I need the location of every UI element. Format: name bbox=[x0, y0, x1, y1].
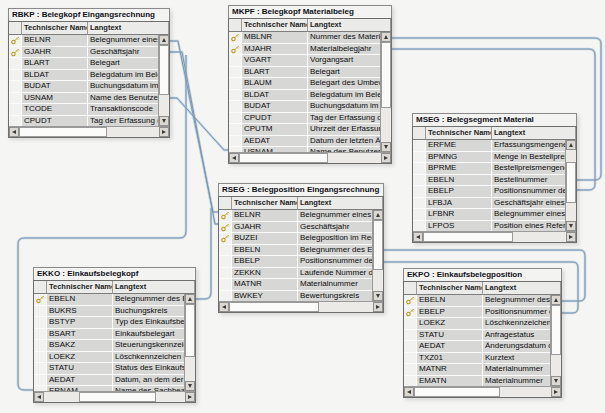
vertical-scroll-thumb[interactable] bbox=[159, 45, 169, 95]
table-ekko-titlebar[interactable]: EKKO : Einkaufsbelegkopf bbox=[33, 267, 196, 281]
scroll-up-button[interactable] bbox=[551, 295, 561, 305]
scroll-left-button[interactable] bbox=[34, 392, 44, 402]
table-row[interactable]: EBELP Positionsnummer des E bbox=[404, 307, 561, 319]
scroll-right-button[interactable] bbox=[551, 387, 561, 397]
table-row[interactable]: BSART Einkaufsbelegart bbox=[34, 329, 195, 341]
table-row[interactable]: MJAHR Materialbelegjahr bbox=[229, 44, 391, 56]
column-header-langtext[interactable]: Langtext bbox=[483, 282, 561, 295]
scroll-left-button[interactable] bbox=[229, 153, 239, 163]
table-row[interactable]: EBELN Belegnummer des Eink bbox=[404, 295, 561, 307]
table-row[interactable]: GJAHR Geschäftsjahr bbox=[9, 47, 169, 59]
column-header-icon[interactable] bbox=[229, 19, 242, 32]
table-row[interactable]: CPUDT Tag der Erfassung des Buc bbox=[229, 113, 391, 125]
table-row[interactable]: MATNR Materialnummer bbox=[404, 364, 561, 376]
vertical-scroll-thumb[interactable] bbox=[185, 304, 195, 357]
column-header-langtext[interactable]: Langtext bbox=[308, 19, 391, 32]
table-row[interactable]: BLAUM Belegart des Umbewertung bbox=[229, 78, 391, 90]
table-row[interactable]: BELNR Belegnummer eines Rec bbox=[9, 35, 169, 47]
table-row[interactable]: EMATN Materialnummer bbox=[404, 376, 561, 387]
scroll-down-button[interactable] bbox=[159, 116, 169, 126]
table-row[interactable]: BLDAT Belegdatum im Beleg bbox=[9, 70, 169, 82]
vertical-scroll-thumb[interactable] bbox=[373, 220, 383, 270]
table-row[interactable]: LFBNR Belegnummer eines Ref bbox=[413, 209, 576, 221]
column-header-name[interactable]: Technischer Name bbox=[242, 19, 308, 32]
table-row[interactable]: TXZ01 Kurztext bbox=[404, 353, 561, 365]
table-rbkp-titlebar[interactable]: RBKP : Belegkopf Eingangsrechnung bbox=[8, 8, 170, 22]
scroll-right-button[interactable] bbox=[373, 302, 383, 312]
table-row[interactable]: LFPOS Position eines Referenzb bbox=[413, 221, 576, 232]
table-row[interactable]: ZEKKN Laufende Nummer der K bbox=[219, 268, 383, 280]
table-row[interactable]: LOEKZ Löschkennzeichen im E bbox=[404, 318, 561, 330]
column-header-name[interactable]: Technischer Name bbox=[232, 197, 298, 210]
scroll-up-button[interactable] bbox=[185, 294, 195, 304]
table-row[interactable]: LFBJA Geschäftsjahr eines Ref bbox=[413, 198, 576, 210]
table-row[interactable]: EBELP Positionsnummer des E bbox=[219, 256, 383, 268]
vertical-scroll-thumb[interactable] bbox=[566, 162, 576, 203]
scroll-left-button[interactable] bbox=[413, 232, 423, 242]
table-ekpo-titlebar[interactable]: EKPO : Einkaufsbelegposition bbox=[403, 268, 562, 282]
scroll-down-button[interactable] bbox=[551, 376, 561, 386]
table-mkpf-titlebar[interactable]: MKPF : Belegkopf Materialbeleg bbox=[228, 5, 392, 19]
column-header-icon[interactable] bbox=[34, 281, 47, 294]
column-header-icon[interactable] bbox=[404, 282, 417, 295]
table-row[interactable]: EBELN Bestellnummer bbox=[413, 175, 576, 187]
scroll-right-button[interactable] bbox=[381, 153, 391, 163]
column-header-name[interactable]: Technischer Name bbox=[417, 282, 483, 295]
horizontal-scroll-thumb[interactable] bbox=[414, 387, 500, 397]
table-row[interactable]: USNAM Name des Benutzers bbox=[9, 93, 169, 105]
horizontal-scroll-thumb[interactable] bbox=[423, 232, 513, 242]
scroll-right-button[interactable] bbox=[566, 232, 576, 242]
vertical-scrollbar[interactable] bbox=[158, 35, 169, 126]
scroll-up-button[interactable] bbox=[381, 32, 391, 42]
table-row[interactable]: BSTYP Typ des Einkaufsbelegs bbox=[34, 317, 195, 329]
column-header-name[interactable]: Technischer Name bbox=[47, 281, 113, 294]
table-row[interactable]: BLART Belegart bbox=[229, 67, 391, 79]
table-row[interactable]: EBELN Belegnummer des Eink bbox=[219, 245, 383, 257]
column-header-name[interactable]: Technischer Name bbox=[426, 127, 492, 140]
table-row[interactable]: MATNR Materialnummer bbox=[219, 279, 383, 291]
column-header-langtext[interactable]: Langtext bbox=[298, 197, 383, 210]
vertical-scrollbar[interactable] bbox=[565, 140, 576, 231]
table-row[interactable]: CPUTM Uhrzeit der Erfassung bbox=[229, 124, 391, 136]
table-row[interactable]: BUDAT Buchungsdatum im Beleg bbox=[229, 101, 391, 113]
scroll-right-button[interactable] bbox=[159, 127, 169, 137]
column-header-name[interactable]: Technischer Name bbox=[22, 22, 88, 35]
horizontal-scroll-thumb[interactable] bbox=[229, 302, 319, 312]
column-header-langtext[interactable]: Langtext bbox=[492, 127, 576, 140]
table-row[interactable]: BLART Belegart bbox=[9, 58, 169, 70]
scroll-down-button[interactable] bbox=[373, 291, 383, 301]
table-row[interactable]: BELNR Belegnummer eines Buc bbox=[219, 210, 383, 222]
horizontal-scrollbar[interactable] bbox=[34, 391, 195, 402]
table-row[interactable]: MBLNR Nummer des Materialbeleg bbox=[229, 32, 391, 44]
horizontal-scroll-thumb[interactable] bbox=[239, 153, 328, 163]
table-row[interactable]: STATU Anfragestatus bbox=[404, 330, 561, 342]
table-row[interactable]: STATU Status des Einkaufsbele bbox=[34, 363, 195, 375]
vertical-scrollbar[interactable] bbox=[380, 32, 391, 152]
vertical-scroll-thumb[interactable] bbox=[551, 305, 561, 355]
table-row[interactable]: CPUDT Tag der Erfassung des Bu bbox=[9, 116, 169, 127]
horizontal-scrollbar[interactable] bbox=[219, 301, 383, 312]
horizontal-scroll-thumb[interactable] bbox=[79, 392, 156, 402]
horizontal-scrollbar[interactable] bbox=[9, 126, 169, 137]
table-row[interactable]: AEDAT Datum der letzten Änderung bbox=[229, 136, 391, 148]
scroll-down-button[interactable] bbox=[566, 221, 576, 231]
column-header-langtext[interactable]: Langtext bbox=[88, 22, 169, 35]
column-header-icon[interactable] bbox=[219, 197, 232, 210]
table-row[interactable]: BWKEY Bewertungskreis bbox=[219, 291, 383, 302]
vertical-scroll-thumb[interactable] bbox=[381, 42, 391, 108]
scroll-left-button[interactable] bbox=[404, 387, 414, 397]
table-row[interactable]: BUZEI Belegposition im Rechnu bbox=[219, 233, 383, 245]
horizontal-scrollbar[interactable] bbox=[229, 152, 391, 163]
table-rseg-titlebar[interactable]: RSEG : Belegposition Eingangsrechnung bbox=[218, 183, 384, 197]
table-row[interactable]: AEDAT Datum, an dem der Satz bbox=[34, 375, 195, 387]
vertical-scrollbar[interactable] bbox=[550, 295, 561, 386]
scroll-down-button[interactable] bbox=[185, 381, 195, 391]
table-mseg-titlebar[interactable]: MSEG : Belegsegment Material bbox=[412, 113, 577, 127]
table-row[interactable]: BPRME Bestellpreismengeneinh bbox=[413, 163, 576, 175]
horizontal-scroll-thumb[interactable] bbox=[19, 127, 107, 137]
column-header-icon[interactable] bbox=[9, 22, 22, 35]
scroll-down-button[interactable] bbox=[381, 142, 391, 152]
scroll-left-button[interactable] bbox=[9, 127, 19, 137]
horizontal-scrollbar[interactable] bbox=[413, 231, 576, 242]
column-header-icon[interactable] bbox=[413, 127, 426, 140]
